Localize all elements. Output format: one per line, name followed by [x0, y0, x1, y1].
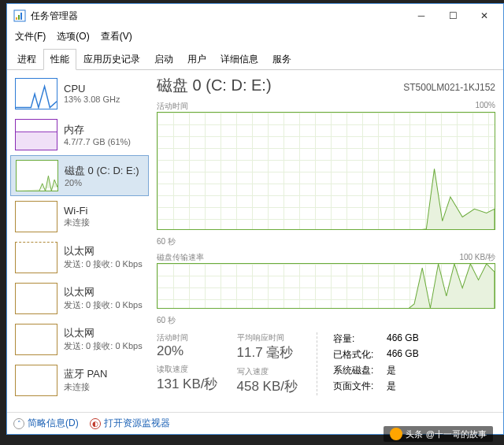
chart1-max: 100%: [475, 101, 495, 112]
svg-rect-2: [18, 15, 20, 20]
task-manager-window: 任务管理器 ─ ☐ ✕ 文件(F) 选项(O) 查看(V) 进程 性能 应用历史…: [6, 3, 504, 435]
tab-services[interactable]: 服务: [265, 49, 298, 70]
chart2-max: 100 KB/秒: [459, 252, 495, 263]
stat-avg-response-value: 11.7 毫秒: [237, 343, 298, 362]
ethernet-sparkline: [15, 283, 57, 314]
cpu-sparkline: [15, 78, 57, 109]
chart2-xaxis: 60 秒: [157, 315, 176, 326]
avatar-icon: [390, 428, 402, 440]
disk-model: ST500LM021-1KJ152: [403, 82, 495, 93]
brief-info-link[interactable]: ˄简略信息(D): [13, 417, 79, 430]
svg-rect-1: [16, 17, 17, 20]
sidebar-item-ethernet-1[interactable]: 以太网发送: 0 接收: 0 Kbps: [10, 237, 149, 278]
stat-active-time-label: 活动时间: [157, 332, 218, 343]
stat-read-speed-value: 131 KB/秒: [157, 375, 218, 393]
sidebar-item-label: 以太网: [64, 285, 143, 299]
activity-chart: [157, 112, 495, 230]
close-button[interactable]: ✕: [469, 5, 500, 27]
stat-page-file-value: 是: [387, 380, 396, 393]
stat-formatted-label: 已格式化:: [333, 348, 380, 362]
memory-sparkline: [15, 119, 57, 150]
sidebar-item-memory[interactable]: 内存4.7/7.7 GB (61%): [10, 114, 149, 155]
tab-app-history[interactable]: 应用历史记录: [76, 49, 147, 70]
app-icon: [13, 9, 26, 22]
page-title: 磁盘 0 (C: D: E:): [157, 75, 272, 96]
sidebar-item-label: 以太网: [64, 326, 143, 340]
menu-options[interactable]: 选项(O): [52, 28, 94, 45]
menu-view[interactable]: 查看(V): [96, 28, 137, 45]
sidebar-item-label: Wi-Fi: [64, 205, 90, 217]
window-title: 任务管理器: [31, 9, 78, 23]
disk-sparkline: [16, 160, 58, 191]
sidebar-item-ethernet-2[interactable]: 以太网发送: 0 接收: 0 Kbps: [10, 278, 149, 319]
tab-processes[interactable]: 进程: [10, 49, 43, 70]
chart1-xaxis: 60 秒: [157, 236, 176, 247]
watermark: 头条 @十一哥的故事: [384, 426, 493, 442]
tab-startup[interactable]: 启动: [147, 49, 180, 70]
ethernet-sparkline: [15, 324, 57, 355]
bluetooth-sparkline: [15, 365, 57, 396]
menu-file[interactable]: 文件(F): [10, 28, 50, 45]
sidebar-item-label: 磁盘 0 (C: D: E:): [65, 164, 139, 178]
chart2-label: 磁盘传输速率: [157, 252, 204, 263]
tab-users[interactable]: 用户: [180, 49, 213, 70]
stat-write-speed-value: 458 KB/秒: [237, 377, 298, 395]
wifi-sparkline: [15, 201, 57, 232]
menu-bar: 文件(F) 选项(O) 查看(V): [7, 28, 503, 45]
stat-capacity-value: 466 GB: [387, 332, 419, 346]
open-resmon-link[interactable]: ◐打开资源监视器: [90, 417, 170, 430]
stat-active-time-value: 20%: [157, 343, 218, 359]
svg-rect-3: [20, 13, 22, 20]
sidebar-item-ethernet-3[interactable]: 以太网发送: 0 接收: 0 Kbps: [10, 319, 149, 360]
main-panel: 磁盘 0 (C: D: E:) ST500LM021-1KJ152 活动时间10…: [149, 70, 503, 412]
resmon-icon: ◐: [90, 418, 101, 429]
sidebar-item-wifi[interactable]: Wi-Fi未连接: [10, 196, 149, 237]
minimize-button[interactable]: ─: [406, 5, 437, 27]
sidebar-item-label: 以太网: [64, 244, 143, 258]
sidebar-item-label: 内存: [64, 123, 131, 137]
tab-details[interactable]: 详细信息: [213, 49, 265, 70]
sidebar-item-cpu[interactable]: CPU13% 3.08 GHz: [10, 73, 149, 114]
stat-system-disk-value: 是: [387, 364, 396, 377]
sidebar-item-disk0[interactable]: 磁盘 0 (C: D: E:)20%: [10, 155, 149, 196]
stat-formatted-value: 466 GB: [387, 348, 419, 362]
maximize-button[interactable]: ☐: [437, 5, 469, 27]
tab-strip: 进程 性能 应用历史记录 启动 用户 详细信息 服务: [7, 48, 503, 70]
sidebar: CPU13% 3.08 GHz 内存4.7/7.7 GB (61%) 磁盘 0 …: [7, 70, 149, 412]
sidebar-item-bluetooth[interactable]: 蓝牙 PAN未连接: [10, 360, 149, 401]
titlebar[interactable]: 任务管理器 ─ ☐ ✕: [7, 4, 503, 28]
tab-performance[interactable]: 性能: [43, 49, 76, 70]
stat-write-speed-label: 写入速度: [237, 366, 298, 377]
stat-page-file-label: 页面文件:: [333, 380, 380, 393]
ethernet-sparkline: [15, 242, 57, 273]
stat-system-disk-label: 系统磁盘:: [333, 364, 380, 377]
sidebar-item-label: 蓝牙 PAN: [64, 367, 107, 381]
chart1-label: 活动时间: [157, 101, 188, 112]
stat-capacity-label: 容量:: [333, 332, 380, 346]
stat-avg-response-label: 平均响应时间: [237, 332, 298, 343]
svg-rect-4: [16, 132, 57, 150]
chevron-up-icon: ˄: [13, 418, 24, 429]
transfer-chart: [157, 263, 495, 309]
stat-read-speed-label: 读取速度: [157, 364, 218, 375]
sidebar-item-label: CPU: [64, 83, 120, 95]
